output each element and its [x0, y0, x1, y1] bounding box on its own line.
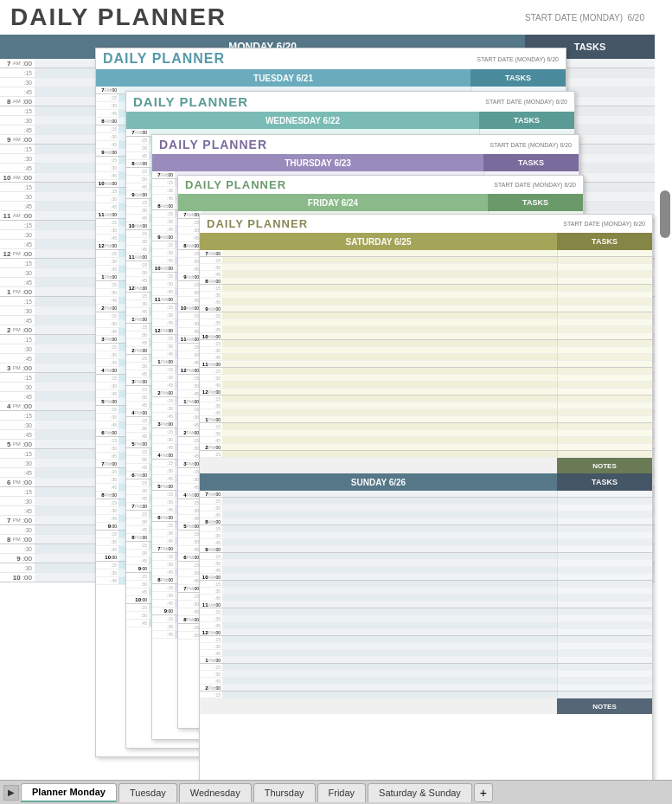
time-content[interactable]: [222, 505, 557, 511]
task-cell[interactable]: [557, 629, 652, 635]
task-cell[interactable]: [557, 278, 652, 284]
task-cell[interactable]: [557, 581, 652, 587]
time-content[interactable]: [222, 511, 557, 518]
task-cell[interactable]: [557, 382, 652, 388]
time-content[interactable]: [222, 271, 557, 277]
time-content[interactable]: [222, 622, 557, 628]
task-cell[interactable]: [557, 437, 652, 443]
time-content[interactable]: [222, 532, 557, 538]
time-content[interactable]: [222, 518, 557, 524]
task-cell[interactable]: [557, 567, 652, 573]
time-content[interactable]: [222, 546, 557, 552]
tab-wednesday[interactable]: Wednesday: [179, 783, 252, 802]
time-content[interactable]: [222, 691, 557, 698]
time-content[interactable]: [222, 257, 557, 263]
task-cell[interactable]: [557, 678, 652, 684]
time-content[interactable]: [222, 451, 557, 457]
task-cell[interactable]: [557, 685, 652, 691]
task-cell[interactable]: [557, 664, 652, 670]
task-cell[interactable]: [557, 525, 652, 531]
time-content[interactable]: [222, 423, 557, 429]
time-content[interactable]: [222, 299, 557, 305]
time-content[interactable]: [222, 574, 557, 580]
task-cell[interactable]: [557, 601, 652, 608]
task-cell[interactable]: [557, 264, 652, 270]
scrollbar-thumb[interactable]: [660, 190, 670, 238]
time-content[interactable]: [222, 409, 557, 415]
task-cell[interactable]: [557, 560, 652, 566]
task-cell[interactable]: [557, 491, 652, 497]
task-cell[interactable]: [557, 505, 652, 511]
time-content[interactable]: [222, 361, 557, 367]
time-content[interactable]: [222, 354, 557, 360]
time-content[interactable]: [222, 615, 557, 621]
task-cell[interactable]: [557, 423, 652, 429]
time-content[interactable]: [222, 416, 557, 422]
task-cell[interactable]: [557, 299, 652, 305]
time-content[interactable]: [222, 671, 557, 677]
task-cell[interactable]: [557, 271, 652, 277]
time-content[interactable]: [222, 553, 557, 559]
task-cell[interactable]: [557, 498, 652, 504]
time-content[interactable]: [222, 368, 557, 374]
time-content[interactable]: [222, 250, 557, 256]
time-content[interactable]: [222, 326, 557, 332]
tab-thursday[interactable]: Thursday: [253, 783, 316, 802]
time-content[interactable]: [222, 643, 557, 649]
time-content[interactable]: [222, 608, 557, 614]
task-cell[interactable]: [557, 444, 652, 450]
time-content[interactable]: [222, 396, 557, 402]
time-content[interactable]: [222, 601, 557, 608]
time-content[interactable]: [222, 539, 557, 545]
time-content[interactable]: [222, 430, 557, 436]
task-cell[interactable]: [557, 615, 652, 621]
time-content[interactable]: [222, 636, 557, 642]
time-content[interactable]: [222, 319, 557, 325]
time-content[interactable]: [222, 312, 557, 318]
time-content[interactable]: [222, 333, 557, 339]
time-content[interactable]: [222, 292, 557, 298]
task-cell[interactable]: [557, 389, 652, 395]
task-cell[interactable]: [557, 588, 652, 594]
add-tab-button[interactable]: +: [474, 783, 493, 802]
time-content[interactable]: [222, 567, 557, 573]
time-content[interactable]: [222, 650, 557, 656]
task-cell[interactable]: [557, 608, 652, 614]
task-cell[interactable]: [557, 396, 652, 402]
time-content[interactable]: [222, 285, 557, 291]
task-cell[interactable]: [557, 409, 652, 415]
time-content[interactable]: [222, 678, 557, 684]
task-cell[interactable]: [557, 650, 652, 656]
task-cell[interactable]: [557, 347, 652, 353]
time-content[interactable]: [222, 382, 557, 388]
time-content[interactable]: [222, 375, 557, 381]
time-content[interactable]: [222, 560, 557, 566]
time-content[interactable]: [222, 389, 557, 395]
time-content[interactable]: [222, 664, 557, 670]
tab-planner-monday[interactable]: Planner Monday: [21, 783, 117, 802]
task-cell[interactable]: [557, 319, 652, 325]
time-content[interactable]: [222, 444, 557, 450]
time-content[interactable]: [222, 347, 557, 353]
task-cell[interactable]: [557, 354, 652, 360]
task-cell[interactable]: [557, 622, 652, 628]
task-cell[interactable]: [557, 312, 652, 318]
task-cell[interactable]: [557, 306, 652, 312]
task-cell[interactable]: [557, 518, 652, 524]
time-content[interactable]: [222, 437, 557, 443]
task-cell[interactable]: [557, 636, 652, 642]
time-content[interactable]: [222, 491, 557, 497]
task-cell[interactable]: [557, 451, 652, 457]
time-content[interactable]: [222, 588, 557, 594]
task-cell[interactable]: [557, 643, 652, 649]
tab-prev-button[interactable]: ▶: [3, 785, 19, 801]
time-content[interactable]: [222, 685, 557, 691]
task-cell[interactable]: [557, 546, 652, 552]
task-cell[interactable]: [557, 416, 652, 422]
task-cell[interactable]: [557, 539, 652, 545]
time-content[interactable]: [222, 498, 557, 504]
time-content[interactable]: [222, 340, 557, 346]
task-cell[interactable]: [557, 361, 652, 367]
tab-tuesday[interactable]: Tuesday: [118, 783, 177, 802]
task-cell[interactable]: [557, 553, 652, 559]
